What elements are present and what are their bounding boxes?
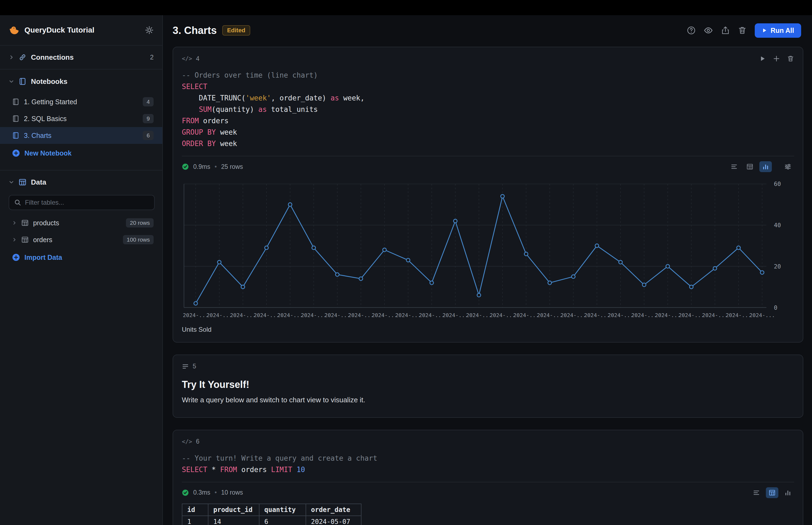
- view-toggle-text-icon[interactable]: [728, 161, 740, 172]
- add-cell-icon[interactable]: [773, 55, 780, 62]
- run-all-button[interactable]: Run All: [755, 23, 801, 38]
- view-toggle-table-icon[interactable]: [744, 161, 756, 172]
- row-count-badge: 20 rows: [126, 218, 154, 227]
- svg-text:2024-...: 2024-...: [183, 312, 209, 318]
- row-count: 10 rows: [221, 489, 243, 496]
- new-notebook-label: New Notebook: [25, 149, 72, 157]
- orders-line-chart: 02040602024-...2024-...2024-...2024-...2…: [182, 179, 794, 324]
- link-icon: [18, 53, 27, 61]
- code-cell-icon: </>: [182, 55, 192, 62]
- svg-text:2024-...: 2024-...: [584, 312, 610, 318]
- connections-section-header[interactable]: Connections 2: [0, 46, 162, 70]
- column-header: product_id: [208, 504, 259, 516]
- app-window: QueryDuck Tutorial Connections 2: [0, 15, 812, 525]
- view-toggle-table-icon[interactable]: [766, 487, 778, 498]
- cell-count-badge: 4: [143, 97, 154, 106]
- cell-count-badge: 6: [143, 131, 154, 140]
- view-toggle-chart-icon[interactable]: [759, 161, 772, 172]
- view-toggle-text-icon[interactable]: [750, 487, 763, 498]
- sidebar-item-label: 2. SQL Basics: [24, 115, 66, 123]
- table-name: orders: [33, 236, 52, 244]
- cell-6: </> 6 -- Your turn! Write a query and cr…: [173, 430, 803, 525]
- sidebar-table-products[interactable]: products 20 rows: [0, 214, 162, 231]
- preview-eye-icon[interactable]: [704, 26, 713, 35]
- plus-circle-icon: [12, 253, 20, 261]
- svg-text:2024-...: 2024-...: [206, 312, 232, 318]
- page-title: 3. Charts: [173, 25, 217, 36]
- filter-tables-input[interactable]: [25, 199, 149, 206]
- svg-text:2024-...: 2024-...: [254, 312, 279, 318]
- share-export-icon[interactable]: [721, 26, 730, 35]
- column-header: order_date: [306, 504, 361, 516]
- data-section-header[interactable]: Data: [0, 170, 162, 194]
- delete-trash-icon[interactable]: [738, 26, 747, 35]
- table-cell: 1: [182, 516, 208, 525]
- svg-text:2024-...: 2024-...: [230, 312, 256, 318]
- sql-editor[interactable]: -- Orders over time (line chart)SELECT D…: [182, 70, 794, 149]
- table-name: products: [33, 219, 59, 227]
- markdown-paragraph: Write a query below and switch to chart …: [182, 396, 794, 404]
- separator-dot: •: [215, 163, 217, 170]
- plus-circle-icon: [12, 149, 20, 157]
- cell-header: </> 6: [182, 436, 794, 447]
- cell-number: 5: [193, 363, 196, 370]
- chart-settings-sliders-icon[interactable]: [782, 161, 794, 172]
- sidebar-item-charts[interactable]: 3. Charts 6: [0, 127, 162, 144]
- settings-gear-icon[interactable]: [145, 26, 154, 34]
- svg-text:2024-...: 2024-...: [442, 312, 468, 318]
- notebook-icon: [12, 132, 19, 139]
- notebooks-label: Notebooks: [31, 77, 67, 86]
- chevron-down-icon: [9, 79, 14, 84]
- sidebar-item-label: 3. Charts: [24, 132, 51, 139]
- series-label: Units Sold: [182, 326, 794, 333]
- sidebar-item-getting-started[interactable]: 1. Getting Started 4: [0, 93, 162, 110]
- sidebar-item-label: 1. Getting Started: [24, 98, 77, 106]
- markdown-heading: Try It Yourself!: [182, 379, 794, 390]
- help-icon[interactable]: [687, 26, 695, 35]
- svg-text:2024-...: 2024-...: [726, 312, 751, 318]
- execution-time: 0.9ms: [193, 163, 210, 170]
- svg-text:2024-...: 2024-...: [466, 312, 491, 318]
- row-count: 25 rows: [221, 163, 243, 170]
- filter-tables-searchbox: [9, 195, 155, 210]
- svg-text:2024-...: 2024-...: [678, 312, 704, 318]
- svg-text:2024-...: 2024-...: [749, 312, 775, 318]
- notebook-icon: [12, 115, 19, 122]
- svg-text:2024-...: 2024-...: [395, 312, 421, 318]
- cell-count-badge: 9: [143, 114, 154, 123]
- notebook-icon: [18, 77, 27, 86]
- svg-text:0: 0: [774, 304, 777, 311]
- cell-number: 6: [196, 438, 199, 445]
- new-notebook-button[interactable]: New Notebook: [0, 144, 162, 162]
- chevron-right-icon: [9, 55, 14, 60]
- svg-text:2024-...: 2024-...: [325, 312, 350, 318]
- delete-cell-icon[interactable]: [787, 55, 794, 62]
- svg-text:2024-...: 2024-...: [537, 312, 562, 318]
- svg-text:2024-...: 2024-...: [631, 312, 657, 318]
- svg-text:2024-...: 2024-...: [372, 312, 397, 318]
- notebooks-section-header[interactable]: Notebooks: [0, 70, 162, 93]
- sidebar-table-orders[interactable]: orders 100 rows: [0, 231, 162, 248]
- sql-editor[interactable]: -- Your turn! Write a query and create a…: [182, 452, 794, 475]
- import-data-button[interactable]: Import Data: [0, 248, 162, 267]
- run-all-label: Run All: [770, 27, 794, 34]
- success-check-icon: [182, 489, 189, 496]
- svg-text:2024-...: 2024-...: [608, 312, 633, 318]
- svg-text:2024-...: 2024-...: [277, 312, 303, 318]
- cell-5: 5 Try It Yourself! Write a query below a…: [173, 355, 803, 418]
- import-data-label: Import Data: [25, 254, 62, 261]
- svg-text:2024-...: 2024-...: [561, 312, 586, 318]
- table-grid-icon: [21, 219, 29, 227]
- chevron-down-icon: [9, 179, 14, 185]
- app-title: QueryDuck Tutorial: [25, 26, 94, 34]
- app-logo-duck-icon: [9, 25, 19, 35]
- svg-text:60: 60: [774, 181, 781, 187]
- sidebar-item-sql-basics[interactable]: 2. SQL Basics 9: [0, 110, 162, 127]
- view-toggle-chart-icon[interactable]: [782, 487, 794, 498]
- table-grid-icon: [18, 178, 27, 186]
- chevron-right-icon: [12, 221, 17, 225]
- execution-time: 0.3ms: [193, 489, 210, 496]
- cell-status-bar: 0.3ms • 10 rows: [182, 482, 794, 498]
- run-cell-icon[interactable]: [759, 55, 766, 62]
- chevron-right-icon: [12, 237, 17, 242]
